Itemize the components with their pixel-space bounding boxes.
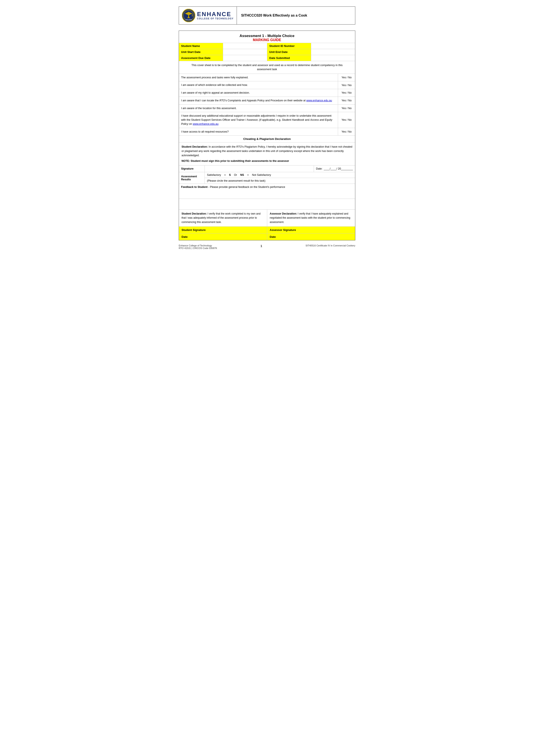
footer-college-name: Enhance College of Technology <box>179 244 217 247</box>
student-date-label: Date <box>179 233 267 240</box>
due-date-value[interactable] <box>223 55 267 61</box>
statement-text-1: The assessment process and tasks were fu… <box>179 74 338 81</box>
cheating-section-header: Cheating & Plagiarism Declaration <box>179 136 355 143</box>
assessor-decl-bold: Assessor Declaration: <box>270 212 297 215</box>
statement-text-7: I have access to all required resources? <box>179 128 338 136</box>
due-date-label: Assessment Due Date <box>179 55 223 61</box>
yesno-2: Yes / No <box>338 81 355 89</box>
signature-section: Signature Date: ____/____/ 20________ <box>179 166 355 172</box>
note-line: NOTE: Student must sign this prior to su… <box>182 159 352 163</box>
svg-text:COLLEGE: COLLEGE <box>185 19 192 20</box>
statement-text-2: I am aware of which evidence will be col… <box>179 81 338 89</box>
marking-guide-label: MARKING GUIDE <box>181 38 353 42</box>
yesno-5: Yes / No <box>338 105 355 112</box>
yesno-1: Yes / No <box>338 74 355 81</box>
results-circle-instruction: (Please circle the assessment result for… <box>205 178 355 183</box>
main-content-box: Assessment 1 - Multiple Choice MARKING G… <box>179 31 355 240</box>
statement-text-4: I am aware that I can locate the RTO's C… <box>179 97 338 104</box>
student-declaration-cell: Student Declaration: I verify that the w… <box>179 210 267 227</box>
unit-dates-row: Unit Start Date Unit End Date <box>179 49 355 55</box>
footer-course: SIT40516 Certificate IV in Commercial Co… <box>305 244 355 247</box>
logo-college-text: COLLEGE OF TECHNOLOGY <box>197 17 234 20</box>
results-line-1: Satisfactory = S Or NS = Not Satisfactor… <box>205 172 355 178</box>
rto-italic: RTO <box>219 99 225 102</box>
statement-text-5: I am aware of the location for this asse… <box>179 105 338 112</box>
date-label-text: Date: <box>316 167 323 170</box>
rto-italic-2: RTO <box>236 145 242 148</box>
date-labels-row: Date Date <box>179 233 355 240</box>
svg-rect-3 <box>188 15 189 17</box>
student-name-label: Student Name <box>179 43 223 49</box>
feedback-space[interactable] <box>179 199 355 210</box>
assessment-title: Assessment 1 - Multiple Choice <box>181 34 353 38</box>
student-name-row: Student Name Student ID Number <box>179 43 355 49</box>
assessment-dates-row: Assessment Due Date Date Submitted <box>179 55 355 61</box>
feedback-row: Feedback to Student - Please provide gen… <box>179 184 355 199</box>
student-name-value[interactable] <box>223 43 267 49</box>
statement-row-5: I am aware of the location for this asse… <box>179 105 355 112</box>
student-id-label: Student ID Number <box>267 43 311 49</box>
results-content: Satisfactory = S Or NS = Not Satisfactor… <box>205 172 355 183</box>
statement-row-4: I am aware that I can locate the RTO's C… <box>179 97 355 105</box>
yesno-7: Yes / No <box>338 128 355 136</box>
statement-row-2: I am aware of which evidence will be col… <box>179 81 355 89</box>
unit-start-label: Unit Start Date <box>179 49 223 55</box>
bottom-declarations: Student Declaration: I verify that the w… <box>179 210 355 227</box>
enhance-link-1[interactable]: www.enhance.edu.au <box>306 99 332 102</box>
student-info-table: Student Name Student ID Number Unit Star… <box>179 43 355 61</box>
date-section: Date: ____/____/ 20________ <box>314 166 355 172</box>
cheating-header-text: Cheating & Plagiarism Declaration <box>243 137 291 141</box>
yesno-6: Yes / No <box>338 112 355 128</box>
unit-start-value[interactable] <box>223 49 267 55</box>
signature-labels-row: Student Signature Assessor Signature <box>179 227 355 233</box>
assessor-declaration-cell: Assessor Declaration: I verify that I ha… <box>267 210 355 227</box>
signature-field[interactable] <box>205 166 314 172</box>
footer-rto-cricos: RTO 41531 | CRICOS Code 03587K <box>179 247 217 249</box>
date-submitted-value[interactable] <box>311 55 355 61</box>
student-decl-bold: Student Declaration: <box>182 145 208 148</box>
results-label: AssessmentResults <box>179 172 205 183</box>
feedback-dash: - Please provide general feedback on the… <box>208 185 285 189</box>
assessment-results-row: AssessmentResults Satisfactory = S Or NS… <box>179 172 355 184</box>
student-handbook-italic: Student Handbook <box>282 118 304 122</box>
statement-text-3: I am aware of my right to appeal an asse… <box>179 89 338 96</box>
logo-emblem-icon: COLLEGE <box>182 9 195 22</box>
statement-row-3: I am aware of my right to appeal an asse… <box>179 89 355 97</box>
date-format-text: ____/____/ 20________ <box>323 167 353 170</box>
page-footer: Enhance College of Technology RTO 41531 … <box>179 244 355 249</box>
declaration-text: Student Declaration: In accordance with … <box>182 145 352 157</box>
statement-text-6: I have discussed any additional educatio… <box>179 112 338 128</box>
yesno-4: Yes / No <box>338 97 355 104</box>
page-header: COLLEGE ENHANCE COLLEGE OF TECHNOLOGY SI… <box>179 7 355 25</box>
logo-section: COLLEGE ENHANCE COLLEGE OF TECHNOLOGY <box>179 7 237 24</box>
declaration-block: Student Declaration: In accordance with … <box>179 143 355 166</box>
unit-end-value[interactable] <box>311 49 355 55</box>
feedback-label: Feedback to Student <box>181 185 208 189</box>
unit-end-label: Unit End Date <box>267 49 311 55</box>
header-title: SITHCCC020 Work Effectively as a Cook <box>241 14 307 17</box>
assessor-signature-label: Assessor Signature <box>267 227 355 233</box>
yesno-3: Yes / No <box>338 89 355 96</box>
page-number: 1 <box>261 244 262 249</box>
assessor-date-label: Date <box>267 233 355 240</box>
logo-enhance-text: ENHANCE <box>197 11 231 17</box>
svg-point-6 <box>192 15 193 16</box>
student-decl-bold-2: Student Declaration: <box>182 212 207 215</box>
svg-rect-4 <box>187 17 190 18</box>
enhance-link-2[interactable]: www.enhance.edu.au <box>193 122 218 125</box>
assessment-title-row: Assessment 1 - Multiple Choice MARKING G… <box>179 31 355 43</box>
statement-row-7: I have access to all required resources?… <box>179 128 355 136</box>
statement-row-6: I have discussed any additional educatio… <box>179 112 355 128</box>
signature-label: Signature <box>179 166 205 172</box>
cover-note: This cover sheet is to be completed by t… <box>179 61 355 74</box>
date-submitted-label: Date Submitted <box>267 55 311 61</box>
footer-left: Enhance College of Technology RTO 41531 … <box>179 244 217 249</box>
statement-row-1: The assessment process and tasks were fu… <box>179 74 355 82</box>
cover-note-text: This cover sheet is to be completed by t… <box>191 64 343 71</box>
footer-right: SIT40516 Certificate IV in Commercial Co… <box>305 244 355 249</box>
logo-text-block: ENHANCE COLLEGE OF TECHNOLOGY <box>197 11 234 20</box>
logo-inner: COLLEGE ENHANCE COLLEGE OF TECHNOLOGY <box>182 9 234 22</box>
student-signature-label: Student Signature <box>179 227 267 233</box>
header-title-section: SITHCCC020 Work Effectively as a Cook <box>237 7 355 24</box>
student-id-value[interactable] <box>311 43 355 49</box>
